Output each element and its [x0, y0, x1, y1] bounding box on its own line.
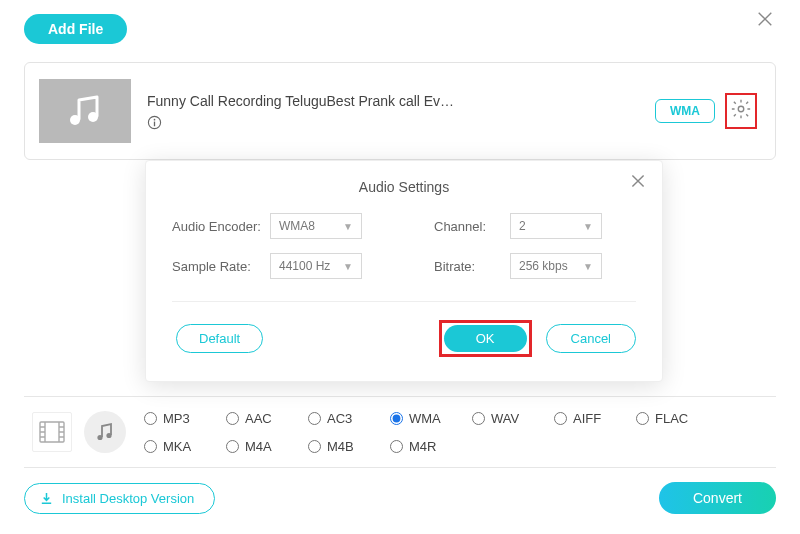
settings-highlight [725, 93, 757, 129]
chevron-down-icon: ▼ [583, 221, 593, 232]
format-radio-wav[interactable]: WAV [472, 411, 554, 426]
format-radio-mp3[interactable]: MP3 [144, 411, 226, 426]
svg-point-7 [97, 435, 102, 440]
svg-point-5 [738, 106, 744, 112]
svg-point-0 [70, 115, 80, 125]
dialog-close-icon[interactable] [630, 173, 646, 193]
svg-point-1 [88, 112, 98, 122]
channel-value: 2 [519, 219, 526, 233]
svg-rect-4 [154, 121, 155, 126]
music-note-icon [94, 421, 116, 443]
format-radio-m4r[interactable]: M4R [390, 439, 472, 454]
sample-rate-select[interactable]: 44100 Hz▼ [270, 253, 362, 279]
info-icon[interactable] [147, 115, 162, 130]
format-radio-m4a[interactable]: M4A [226, 439, 308, 454]
default-button[interactable]: Default [176, 324, 263, 353]
gear-icon[interactable] [730, 98, 752, 124]
format-radio-flac[interactable]: FLAC [636, 411, 718, 426]
format-bar: MP3 AAC AC3 WMA WAV AIFF FLAC MKA M4A M4… [24, 397, 776, 468]
ok-highlight: OK [439, 320, 532, 357]
sample-rate-value: 44100 Hz [279, 259, 330, 273]
channel-select[interactable]: 2▼ [510, 213, 602, 239]
install-desktop-button[interactable]: Install Desktop Version [24, 483, 215, 514]
format-badge[interactable]: WMA [655, 99, 715, 123]
format-radio-ac3[interactable]: AC3 [308, 411, 390, 426]
bitrate-value: 256 kbps [519, 259, 568, 273]
svg-point-3 [154, 118, 156, 120]
format-radio-aac[interactable]: AAC [226, 411, 308, 426]
format-radio-m4b[interactable]: M4B [308, 439, 390, 454]
file-row: Funny Call Recording TeluguBest Prank ca… [24, 62, 776, 160]
file-title: Funny Call Recording TeluguBest Prank ca… [147, 93, 639, 109]
add-file-button[interactable]: Add File [24, 14, 127, 44]
audio-tab-icon[interactable] [84, 411, 126, 453]
bitrate-label: Bitrate: [434, 259, 504, 274]
convert-button[interactable]: Convert [659, 482, 776, 514]
close-icon[interactable] [756, 8, 774, 34]
audio-settings-dialog: Audio Settings Audio Encoder: WMA8▼ Chan… [145, 160, 663, 382]
channel-label: Channel: [434, 219, 504, 234]
encoder-label: Audio Encoder: [172, 219, 264, 234]
dialog-title: Audio Settings [172, 179, 636, 195]
svg-point-8 [106, 433, 111, 438]
bitrate-select[interactable]: 256 kbps▼ [510, 253, 602, 279]
chevron-down-icon: ▼ [343, 261, 353, 272]
download-icon [39, 491, 54, 506]
ok-button[interactable]: OK [444, 325, 527, 352]
sample-rate-label: Sample Rate: [172, 259, 264, 274]
chevron-down-icon: ▼ [343, 221, 353, 232]
encoder-select[interactable]: WMA8▼ [270, 213, 362, 239]
format-radio-aiff[interactable]: AIFF [554, 411, 636, 426]
format-radio-wma[interactable]: WMA [390, 411, 472, 426]
file-thumbnail [39, 79, 131, 143]
cancel-button[interactable]: Cancel [546, 324, 636, 353]
music-note-icon [63, 91, 107, 131]
encoder-value: WMA8 [279, 219, 315, 233]
video-tab-icon[interactable] [32, 412, 72, 452]
format-radio-mka[interactable]: MKA [144, 439, 226, 454]
chevron-down-icon: ▼ [583, 261, 593, 272]
